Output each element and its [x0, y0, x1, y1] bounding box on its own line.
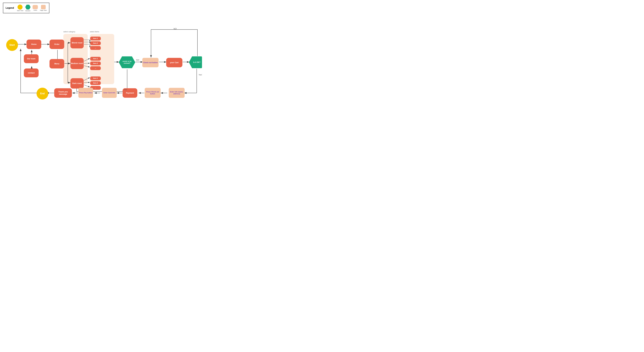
legend-item-page: Page / Item — [40, 5, 47, 11]
end-node: End — [36, 88, 48, 99]
legend-label-start-end: Start / End — [17, 10, 23, 11]
our-team-node: Our team — [24, 54, 38, 63]
dark-item1: Item 1 — [90, 76, 101, 80]
select-items-label: select items — [90, 31, 99, 33]
contact-node: contact — [24, 69, 38, 77]
medium-roast-node: Medium roast — [70, 58, 84, 69]
checkout-button-node: Check out button — [142, 58, 158, 67]
legend-item-decision: Decision — [25, 5, 30, 12]
enter-card-node: Enter Card info — [102, 88, 117, 98]
blond-item3: ... — [90, 46, 101, 50]
order-node: Order — [50, 40, 64, 49]
legend-hexagon-icon — [25, 5, 30, 10]
legend-item-action: Action — [32, 5, 38, 11]
legend-action-icon — [32, 5, 38, 9]
yes1-label: Yes! — [124, 89, 127, 91]
no2-label: NO! — [174, 28, 177, 30]
start-node: Start — [6, 39, 18, 51]
legend-circle-icon — [18, 5, 22, 10]
home-node: Home — [26, 40, 41, 49]
menu-node: Menu — [50, 59, 64, 69]
medium-item3: ... — [90, 66, 101, 70]
medium-item2: Item 2 — [90, 62, 101, 65]
your-cart-node: your Cart — [166, 58, 182, 67]
legend-item-start-end: Start / End — [17, 5, 23, 11]
medium-item1: Item 1 — [90, 57, 101, 61]
yes2-label: Yes! — [198, 74, 202, 76]
press-checkout-node: Press Check out button — [145, 88, 160, 98]
blond-roast-node: Blond roast — [70, 37, 84, 48]
press-pay-node: Press Pay button — [78, 88, 93, 98]
is-it-ok-node: Is it OK? — [189, 56, 202, 68]
legend-label-page: Page / Item — [40, 10, 47, 11]
legend-page-icon — [41, 5, 46, 9]
enter-info-node: Enter info (name, address) — [169, 88, 184, 98]
legend-label-decision: Decision — [25, 10, 30, 12]
legend-label-action: Action — [34, 10, 37, 11]
select-category-label: select category — [63, 31, 75, 33]
legend: Legend Start / End Decision Action Page … — [3, 3, 49, 13]
thank-you-node: Thank you message — [54, 88, 72, 98]
legend-title: Legend — [6, 7, 14, 9]
dark-roast-node: Dark roast — [70, 78, 84, 89]
no1-label: NO! — [136, 59, 139, 61]
blond-item2: Item 2 — [90, 41, 101, 45]
dark-item2: Item 2 — [90, 81, 101, 85]
blond-item1: Item 1 — [90, 37, 101, 41]
needs-revised-node: needs to be revised? — [119, 56, 135, 68]
